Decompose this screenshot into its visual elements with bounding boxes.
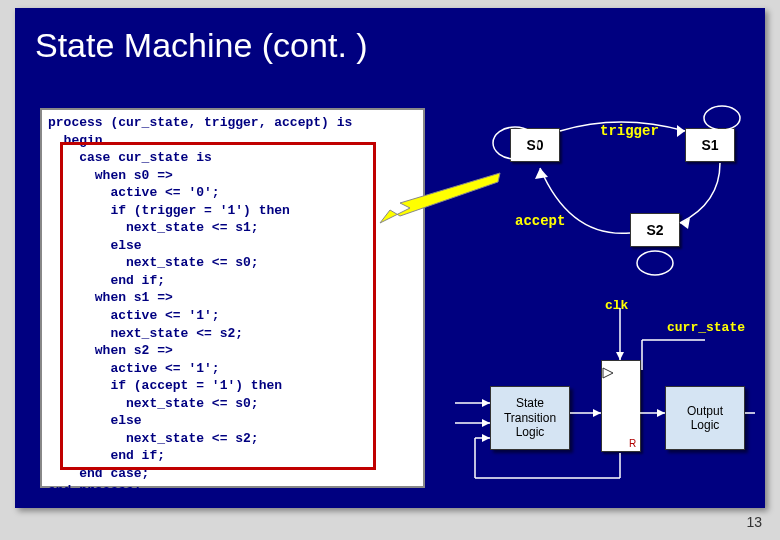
code-line: when s1 => <box>48 289 417 307</box>
page-number: 13 <box>746 514 762 530</box>
code-line: active <= '1'; <box>48 307 417 325</box>
svg-marker-16 <box>593 409 601 417</box>
slide-title: State Machine (cont. ) <box>15 8 765 75</box>
svg-point-1 <box>493 127 537 159</box>
code-line: begin <box>48 132 417 150</box>
code-line: active <= '1'; <box>48 360 417 378</box>
state-arcs-icon <box>470 103 760 293</box>
block-wires-icon <box>455 308 755 488</box>
code-box: process (cur_state, trigger, accept) is … <box>40 108 425 488</box>
code-line: end case; <box>48 465 417 483</box>
code-line: process (cur_state, trigger, accept) is <box>48 114 417 132</box>
code-line: case cur_state is <box>48 149 417 167</box>
svg-marker-12 <box>482 399 490 407</box>
code-line: next_state <= s2; <box>48 325 417 343</box>
code-line: next_state <= s0; <box>48 254 417 272</box>
svg-marker-14 <box>482 419 490 427</box>
code-line: end process; <box>48 482 417 500</box>
code-line: if (accept = '1') then <box>48 377 417 395</box>
code-line: when s2 => <box>48 342 417 360</box>
svg-point-2 <box>704 106 740 130</box>
code-line: next_state <= s1; <box>48 219 417 237</box>
code-line: next_state <= s0; <box>48 395 417 413</box>
code-line: else <box>48 237 417 255</box>
code-line: end if; <box>48 447 417 465</box>
slide: State Machine (cont. ) process (cur_stat… <box>15 8 765 508</box>
code-line: when s0 => <box>48 167 417 185</box>
svg-marker-24 <box>482 434 490 442</box>
svg-marker-25 <box>603 368 613 378</box>
svg-marker-4 <box>677 125 685 137</box>
code-line: else <box>48 412 417 430</box>
code-line: if (trigger = '1') then <box>48 202 417 220</box>
code-line: active <= '0'; <box>48 184 417 202</box>
svg-marker-8 <box>616 352 624 360</box>
svg-marker-18 <box>657 409 665 417</box>
svg-point-3 <box>637 251 673 275</box>
code-line: next_state <= s2; <box>48 430 417 448</box>
code-line: end if; <box>48 272 417 290</box>
